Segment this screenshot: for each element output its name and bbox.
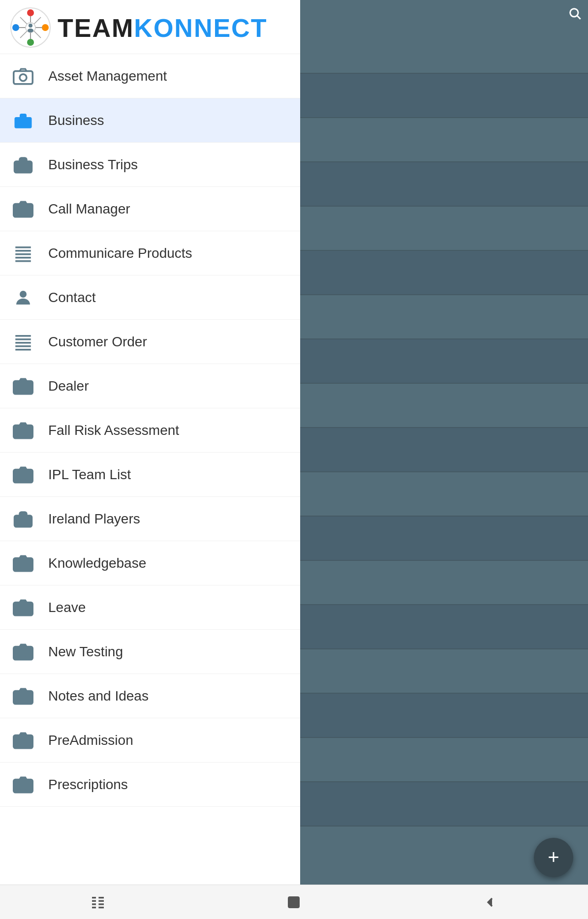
camera7-icon — [12, 596, 34, 619]
add-fab-button[interactable]: + — [534, 838, 573, 877]
sidebar-item-prescriptions[interactable]: Prescriptions — [0, 763, 300, 807]
sidebar-item-fall-risk-assessment[interactable]: Fall Risk Assessment — [0, 408, 300, 453]
camera-icon — [12, 65, 34, 88]
nav-back-button[interactable] — [467, 889, 513, 915]
bottom-nav — [0, 885, 588, 919]
content-stripe — [300, 118, 588, 162]
sidebar-item-leave[interactable]: Leave — [0, 585, 300, 630]
sidebar-item-business[interactable]: Business — [0, 98, 300, 143]
svg-point-44 — [20, 649, 27, 656]
sidebar-item-business-trips[interactable]: Business Trips — [0, 143, 300, 187]
app-title: TEAMKONNECT — [58, 15, 267, 41]
svg-point-48 — [20, 738, 27, 745]
search-icon[interactable] — [568, 6, 582, 23]
sidebar-item-call-manager[interactable]: Call Manager — [0, 187, 300, 231]
sidebar-item-asset-management[interactable]: Asset Management — [0, 54, 300, 98]
sidebar-item-label: Contact — [48, 290, 96, 306]
nav-menu-button[interactable] — [75, 889, 121, 915]
camera3-icon — [12, 375, 34, 398]
sidebar-item-label: Communicare Products — [48, 245, 192, 261]
content-stripe — [300, 384, 588, 428]
person-icon — [12, 286, 34, 309]
sidebar-item-ipl-team-list[interactable]: IPL Team List — [0, 453, 300, 497]
svg-point-10 — [29, 24, 32, 28]
sidebar-item-label: Dealer — [48, 378, 89, 394]
content-stripe — [300, 782, 588, 827]
sidebar-item-notes-and-ideas[interactable]: Notes and Ideas — [0, 674, 300, 718]
sidebar-item-label: Business Trips — [48, 157, 138, 173]
svg-rect-64 — [289, 897, 299, 907]
camera10-icon — [12, 729, 34, 752]
camera11-icon — [12, 773, 34, 796]
camera4-icon — [12, 419, 34, 442]
sidebar-item-label: Business — [48, 113, 104, 128]
sidebar-item-label: Ireland Players — [48, 511, 140, 527]
camera5-icon — [12, 463, 34, 486]
nav-home-button[interactable] — [271, 889, 316, 915]
svg-rect-12 — [14, 71, 33, 84]
sidebar-item-label: IPL Team List — [48, 467, 131, 483]
svg-point-2 — [27, 39, 34, 46]
sidebar-item-label: Fall Risk Assessment — [48, 423, 179, 438]
svg-point-36 — [20, 472, 27, 479]
sidebar-item-customer-order[interactable]: Customer Order — [0, 320, 300, 364]
svg-point-50 — [20, 782, 27, 789]
sidebar-item-label: Prescriptions — [48, 777, 128, 793]
camera2-icon — [12, 198, 34, 220]
svg-point-19 — [20, 207, 27, 214]
sidebar-item-label: PreAdmission — [48, 733, 133, 748]
briefcase3-icon — [12, 508, 34, 530]
main-layout: TEAMKONNECT Asset Management — [0, 0, 588, 919]
sidebar-item-new-testing[interactable]: New Testing — [0, 630, 300, 674]
svg-rect-14 — [15, 117, 32, 128]
svg-point-34 — [20, 428, 27, 435]
sidebar-item-dealer[interactable]: Dealer — [0, 364, 300, 408]
right-panel-content — [300, 30, 588, 919]
content-stripe — [300, 207, 588, 251]
content-stripe — [300, 428, 588, 472]
content-stripe — [300, 251, 588, 295]
sidebar-item-label: Asset Management — [48, 68, 167, 84]
sidebar-item-label: Knowledgebase — [48, 555, 146, 571]
svg-point-51 — [570, 9, 578, 17]
svg-point-4 — [42, 24, 49, 31]
sidebar-item-contact[interactable]: Contact — [0, 276, 300, 320]
camera9-icon — [12, 685, 34, 707]
sidebar-item-communicare-products[interactable]: Communicare Products — [0, 231, 300, 276]
sidebar-item-label: Leave — [48, 600, 86, 615]
svg-point-42 — [20, 605, 27, 612]
sidebar-item-knowledgebase[interactable]: Knowledgebase — [0, 541, 300, 585]
camera8-icon — [12, 641, 34, 663]
add-icon: + — [548, 847, 559, 867]
sidebar: TEAMKONNECT Asset Management — [0, 0, 300, 919]
sidebar-item-label: Notes and Ideas — [48, 688, 149, 704]
app-logo-icon — [10, 7, 52, 49]
svg-point-46 — [20, 694, 27, 701]
content-stripe — [300, 649, 588, 694]
content-stripe — [300, 74, 588, 118]
camera6-icon — [12, 552, 34, 575]
svg-point-25 — [20, 291, 27, 298]
svg-point-11 — [28, 29, 33, 32]
list-icon — [12, 242, 34, 265]
content-stripe — [300, 561, 588, 605]
briefcase-icon — [12, 109, 34, 132]
sidebar-item-label: Customer Order — [48, 334, 147, 350]
svg-point-32 — [20, 384, 27, 391]
svg-point-3 — [12, 24, 19, 31]
menu-list: Asset Management Business — [0, 54, 300, 919]
svg-point-1 — [27, 9, 34, 16]
content-stripe — [300, 605, 588, 649]
svg-point-40 — [20, 561, 27, 568]
sidebar-item-label: New Testing — [48, 644, 123, 660]
svg-point-13 — [20, 74, 27, 81]
list2-icon — [12, 331, 34, 353]
content-stripe — [300, 694, 588, 738]
content-stripe — [300, 162, 588, 207]
content-stripe — [300, 30, 588, 74]
sidebar-item-preadmission[interactable]: PreAdmission — [0, 718, 300, 763]
sidebar-item-ireland-players[interactable]: Ireland Players — [0, 497, 300, 541]
right-panel: + — [300, 0, 588, 919]
logo-area: TEAMKONNECT — [0, 0, 300, 54]
content-stripe — [300, 517, 588, 561]
